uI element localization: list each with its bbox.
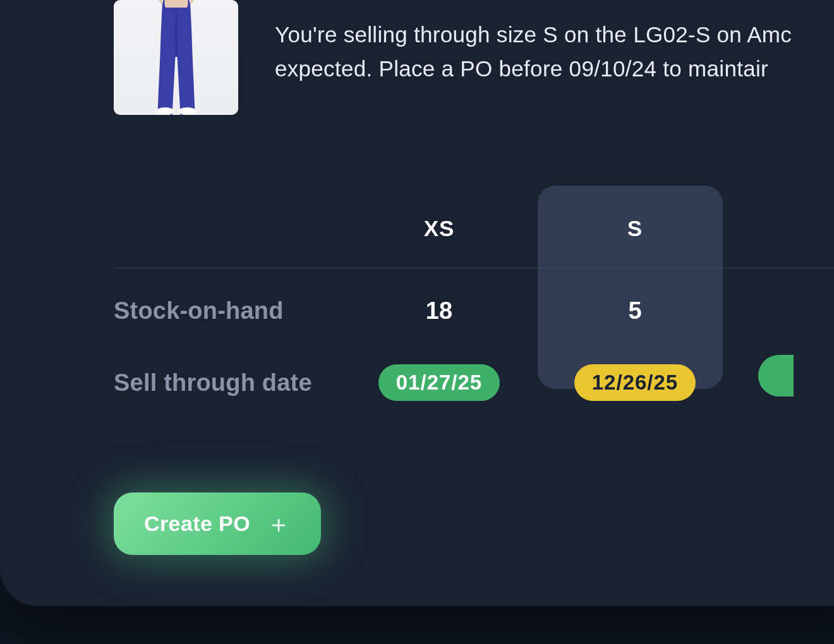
svg-point-0 — [156, 107, 174, 115]
product-image — [114, 0, 238, 115]
card-header: You're selling through size S on the LG0… — [114, 0, 834, 115]
sell-through-cell-xs: 01/27/25 — [341, 364, 537, 401]
stock-value-s: 5 — [537, 297, 733, 325]
sell-through-date-pill-s: 12/26/25 — [574, 364, 696, 401]
insight-message-line1: You're selling through size S on the LG0… — [275, 22, 792, 47]
size-table: XS S Stock-on-hand 18 5 Sell through dat… — [114, 210, 809, 410]
sell-through-date-pill-next-partial — [758, 355, 794, 397]
table-header-row: XS S — [114, 210, 809, 247]
insight-message: You're selling through size S on the LG0… — [275, 0, 792, 86]
table-divider — [114, 268, 834, 268]
plus-icon: ＋ — [267, 512, 291, 536]
svg-point-1 — [178, 107, 196, 115]
size-header-s: S — [537, 216, 733, 241]
size-header-xs: XS — [341, 216, 537, 241]
stock-on-hand-label: Stock-on-hand — [114, 297, 341, 325]
stock-value-xs: 18 — [341, 297, 537, 325]
create-po-button[interactable]: Create PO ＋ — [114, 492, 321, 555]
sell-through-date-pill-xs: 01/27/25 — [378, 364, 500, 401]
sell-through-label: Sell through date — [114, 369, 341, 397]
stock-row: Stock-on-hand 18 5 — [114, 283, 809, 338]
insight-message-line2: expected. Place a PO before 09/10/24 to … — [275, 56, 768, 81]
sell-through-cell-s: 12/26/25 — [537, 364, 733, 401]
sell-through-row: Sell through date 01/27/25 12/26/25 — [114, 355, 809, 410]
inventory-insight-card: You're selling through size S on the LG0… — [0, 0, 834, 606]
create-po-label: Create PO — [144, 511, 250, 536]
